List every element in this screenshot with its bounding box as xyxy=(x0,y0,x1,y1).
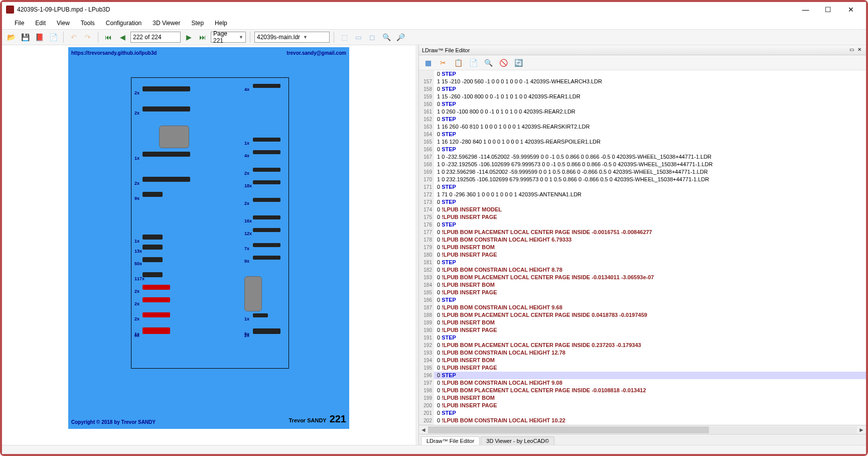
last-page-icon[interactable]: ⏭ xyxy=(197,31,209,43)
code-line[interactable]: 1880 !LPUB BOM PLACEMENT LOCAL CENTER PA… xyxy=(419,311,866,319)
undock-icon[interactable]: ▭ xyxy=(848,47,855,54)
code-line[interactable]: 1631 16 260 -60 810 1 0 0 0 1 0 0 0 1 42… xyxy=(419,123,866,131)
code-line[interactable]: 1790 !LPUB INSERT BOM xyxy=(419,244,866,251)
next-page-icon[interactable]: ▶ xyxy=(183,31,195,43)
code-line[interactable]: 1660 STEP xyxy=(419,146,866,153)
zoom-out-icon[interactable]: 🔎 xyxy=(394,31,406,43)
file-combo[interactable]: 42039s-main.ldr ▼ xyxy=(254,32,330,43)
fit-page-icon[interactable]: ▭ xyxy=(352,31,364,43)
code-line[interactable]: 2020 !LPUB BOM CONSTRAIN LOCAL HEIGHT 10… xyxy=(419,417,866,424)
menu-tools[interactable]: Tools xyxy=(76,19,100,28)
code-line[interactable]: 1760 STEP xyxy=(419,221,866,229)
code-line[interactable]: 1950 !LPUB INSERT PAGE xyxy=(419,364,866,372)
code-line[interactable]: 1730 STEP xyxy=(419,198,866,206)
code-line[interactable]: 1721 71 0 -296 360 1 0 0 0 1 0 0 0 1 420… xyxy=(419,191,866,198)
redo-icon[interactable]: ↷ xyxy=(82,31,94,43)
minimize-button[interactable]: — xyxy=(794,3,817,17)
code-line[interactable]: 2010 STEP xyxy=(419,409,866,417)
editor-body[interactable]: 0 STEP1571 15 -210 -200 560 -1 0 0 0 1 0… xyxy=(419,70,866,425)
open-icon[interactable]: 📂 xyxy=(5,31,17,43)
code-line[interactable]: 1681 0 -232.192505 -106.102699 679.99957… xyxy=(419,161,866,168)
code-line[interactable]: 1600 STEP xyxy=(419,100,866,108)
page-of-input[interactable] xyxy=(130,32,181,43)
bom-count: 1x xyxy=(134,156,139,161)
code-line[interactable]: 1571 15 -210 -200 560 -1 0 0 0 1 0 0 0 -… xyxy=(419,78,866,85)
code-line[interactable]: 1770 !LPUB BOM PLACEMENT LOCAL CENTER PA… xyxy=(419,229,866,236)
fit-width-icon[interactable]: ⬚ xyxy=(338,31,350,43)
page-canvas[interactable]: https://trevorsandy.github.io/lpub3d tre… xyxy=(68,47,349,429)
code-line[interactable]: 2030 !LPUB INSERT PAGE xyxy=(419,424,866,425)
scroll-left-icon[interactable]: ◄ xyxy=(419,426,428,433)
actual-size-icon[interactable]: ◻ xyxy=(366,31,378,43)
scroll-right-icon[interactable]: ► xyxy=(857,426,866,433)
editor-tab[interactable]: 3D Viewer - by LeoCAD© xyxy=(481,436,554,445)
prev-page-icon[interactable]: ◀ xyxy=(116,31,128,43)
code-line[interactable]: 1930 !LPUB BOM CONSTRAIN LOCAL HEIGHT 12… xyxy=(419,349,866,357)
code-line[interactable]: 1860 STEP xyxy=(419,296,866,304)
code-line[interactable]: 1890 !LPUB INSERT BOM xyxy=(419,319,866,326)
code-line[interactable]: 1701 0 232.192505 -106.102699 679.999573… xyxy=(419,176,866,183)
bom-count: 2x xyxy=(244,201,249,206)
bom-count: 2x xyxy=(134,301,139,306)
code-line[interactable]: 2000 !LPUB INSERT PAGE xyxy=(419,402,866,409)
code-line[interactable]: 1740 !LPUB INSERT MODEL xyxy=(419,206,866,213)
code-line[interactable]: 1810 STEP xyxy=(419,259,866,266)
code-line[interactable]: 1620 STEP xyxy=(419,116,866,123)
menu-file[interactable]: File xyxy=(10,19,29,28)
code-line[interactable]: 1870 !LPUB BOM CONSTRAIN LOCAL HEIGHT 9.… xyxy=(419,304,866,311)
editor-tab[interactable]: LDraw™ File Editor xyxy=(421,436,480,445)
code-line[interactable]: 1830 !LPUB BOM PLACEMENT LOCAL CENTER PA… xyxy=(419,274,866,281)
export-icon[interactable]: 📄 xyxy=(47,31,59,43)
copy-icon[interactable]: 📋 xyxy=(452,57,464,69)
code-line[interactable]: 1691 0 232.596298 -114.052002 -59.999599… xyxy=(419,168,866,176)
code-line[interactable]: 1850 !LPUB INSERT PAGE xyxy=(419,289,866,296)
scroll-thumb[interactable] xyxy=(428,426,709,433)
editor-hscrollbar[interactable]: ◄ ► xyxy=(419,425,866,434)
code-line[interactable]: 1970 !LPUB BOM CONSTRAIN LOCAL HEIGHT 9.… xyxy=(419,379,866,387)
menu-view[interactable]: View xyxy=(52,19,75,28)
menu-step[interactable]: Step xyxy=(186,19,209,28)
code-line[interactable]: 1640 STEP xyxy=(419,131,866,138)
code-line[interactable]: 1651 16 120 -280 840 1 0 0 0 1 0 0 0 1 4… xyxy=(419,138,866,146)
close-button[interactable]: ✕ xyxy=(839,3,862,17)
code-line[interactable]: 1800 !LPUB INSERT PAGE xyxy=(419,251,866,259)
menu-configuration[interactable]: Configuration xyxy=(101,19,147,28)
cut-icon[interactable]: ✂ xyxy=(437,57,449,69)
undo-icon[interactable]: ↶ xyxy=(68,31,80,43)
code-line[interactable]: 1580 STEP xyxy=(419,85,866,93)
code-line[interactable]: 1920 !LPUB BOM PLACEMENT LOCAL CENTER PA… xyxy=(419,341,866,349)
code-line[interactable]: 1900 !LPUB INSERT PAGE xyxy=(419,326,866,334)
code-line[interactable]: 1780 !LPUB BOM CONSTRAIN LOCAL HEIGHT 6.… xyxy=(419,236,866,244)
titlebar: 42039S-1-09-LPUB.mpd - LPub3D — ☐ ✕ xyxy=(2,2,866,17)
page-combo[interactable]: Page 221 ▼ xyxy=(211,32,246,43)
code-line[interactable]: 1990 !LPUB INSERT BOM xyxy=(419,394,866,402)
code-line[interactable]: 1671 0 -232.596298 -114.052002 -59.99959… xyxy=(419,153,866,161)
maximize-button[interactable]: ☐ xyxy=(817,3,839,17)
scroll-track[interactable] xyxy=(428,426,857,433)
refresh-icon[interactable]: 🔄 xyxy=(512,57,524,69)
first-page-icon[interactable]: ⏮ xyxy=(102,31,114,43)
menu-help[interactable]: Help xyxy=(210,19,232,28)
paste-icon[interactable]: 📄 xyxy=(467,57,479,69)
code-line[interactable]: 1820 !LPUB BOM CONSTRAIN LOCAL HEIGHT 8.… xyxy=(419,266,866,274)
delete-icon[interactable]: 🚫 xyxy=(497,57,509,69)
close-panel-icon[interactable]: ✕ xyxy=(856,47,863,54)
select-all-icon[interactable]: ▦ xyxy=(422,57,434,69)
code-line[interactable]: 1960 STEP xyxy=(419,372,866,379)
code-line[interactable]: 1910 STEP xyxy=(419,334,866,341)
code-line[interactable]: 1980 !LPUB BOM PLACEMENT LOCAL CENTER PA… xyxy=(419,387,866,394)
code-line[interactable]: 1611 0 260 -100 800 0 0 -1 0 1 0 1 0 0 4… xyxy=(419,108,866,116)
code-line[interactable]: 1840 !LPUB INSERT BOM xyxy=(419,281,866,289)
code-line[interactable]: 0 STEP xyxy=(419,70,866,78)
menu-edit[interactable]: Edit xyxy=(30,19,51,28)
bom-count: 4x xyxy=(244,153,249,158)
code-line[interactable]: 1710 STEP xyxy=(419,183,866,191)
code-line[interactable]: 1940 !LPUB INSERT BOM xyxy=(419,357,866,364)
code-line[interactable]: 1591 15 -260 -100 800 0 0 -1 0 1 0 1 0 0… xyxy=(419,93,866,100)
save-icon[interactable]: 💾 xyxy=(19,31,31,43)
zoom-in-icon[interactable]: 🔍 xyxy=(380,31,392,43)
find-icon[interactable]: 🔍 xyxy=(482,57,494,69)
code-line[interactable]: 1750 !LPUB INSERT PAGE xyxy=(419,213,866,221)
pdf-icon[interactable]: 📕 xyxy=(33,31,45,43)
menu-3d-viewer[interactable]: 3D Viewer xyxy=(148,19,185,28)
